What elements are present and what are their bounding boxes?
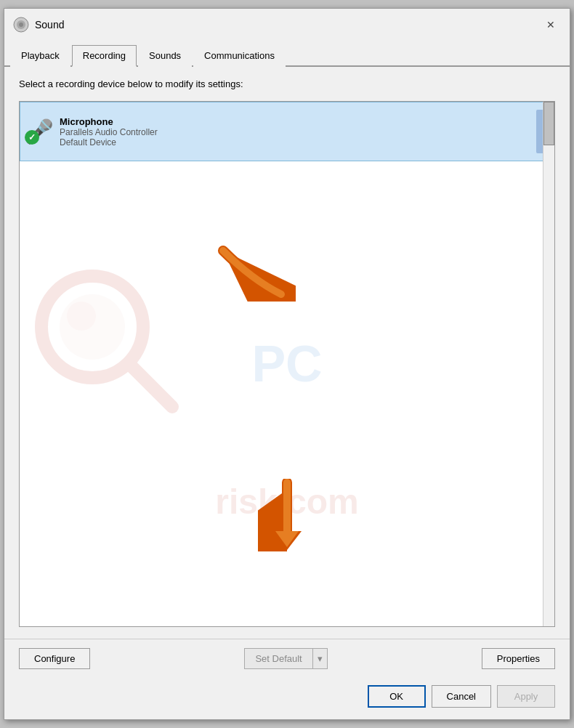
device-sub: Parallels Audio Controller (60, 127, 529, 137)
set-default-group: Set Default ▾ (244, 648, 327, 669)
device-list-scrollbar[interactable] (543, 102, 554, 626)
instructions-text: Select a recording device below to modif… (19, 78, 555, 89)
magnifier-watermark (34, 269, 179, 416)
set-default-dropdown[interactable]: ▾ (312, 648, 328, 669)
cancel-button[interactable]: Cancel (432, 685, 491, 708)
svg-point-5 (60, 294, 125, 360)
ok-button[interactable]: OK (368, 685, 426, 708)
arrow-up-annotation (209, 236, 296, 304)
default-checkmark: ✓ (25, 130, 39, 145)
dialog-action-row: OK Cancel Apply (4, 678, 570, 719)
svg-marker-9 (272, 531, 302, 550)
svg-point-2 (19, 23, 23, 27)
tab-sounds[interactable]: Sounds (138, 45, 192, 67)
pc-watermark: PC (251, 335, 322, 393)
scrollbar-thumb[interactable] (543, 102, 554, 145)
sound-icon (13, 17, 29, 33)
apply-button[interactable]: Apply (497, 685, 555, 708)
set-default-button[interactable]: Set Default (244, 648, 312, 669)
svg-point-6 (67, 302, 96, 331)
device-info: Microphone Parallels Audio Controller De… (60, 116, 529, 147)
title-bar-left: Sound (13, 17, 64, 33)
device-list[interactable]: 🎤 ✓ Microphone Parallels Audio Controlle… (19, 101, 555, 627)
properties-button[interactable]: Properties (482, 648, 555, 669)
sound-dialog: Sound ✕ Playback Recording Sounds Commun… (4, 8, 570, 720)
svg-point-4 (41, 276, 143, 378)
device-item-microphone[interactable]: 🎤 ✓ Microphone Parallels Audio Controlle… (20, 102, 554, 161)
title-bar: Sound ✕ (4, 9, 570, 41)
ok-cancel-apply-group: OK Cancel Apply (368, 685, 555, 708)
tab-communications[interactable]: Communications (193, 45, 286, 67)
close-button[interactable]: ✕ (541, 15, 561, 35)
risk-watermark: risk.com (215, 482, 358, 522)
device-icon-wrap: 🎤 ✓ (26, 120, 52, 143)
dialog-title: Sound (35, 19, 64, 31)
device-status: Default Device (60, 137, 529, 147)
tab-playback[interactable]: Playback (10, 45, 70, 67)
tab-recording[interactable]: Recording (72, 45, 137, 67)
svg-marker-10 (275, 531, 299, 547)
tab-content: Select a recording device below to modif… (4, 67, 570, 639)
tabs-bar: Playback Recording Sounds Communications (4, 41, 570, 67)
device-action-buttons: Configure Set Default ▾ Properties (4, 639, 570, 678)
configure-button[interactable]: Configure (19, 648, 90, 669)
arrow-down-annotation (258, 479, 316, 554)
device-name: Microphone (60, 116, 529, 127)
svg-line-7 (129, 363, 172, 407)
